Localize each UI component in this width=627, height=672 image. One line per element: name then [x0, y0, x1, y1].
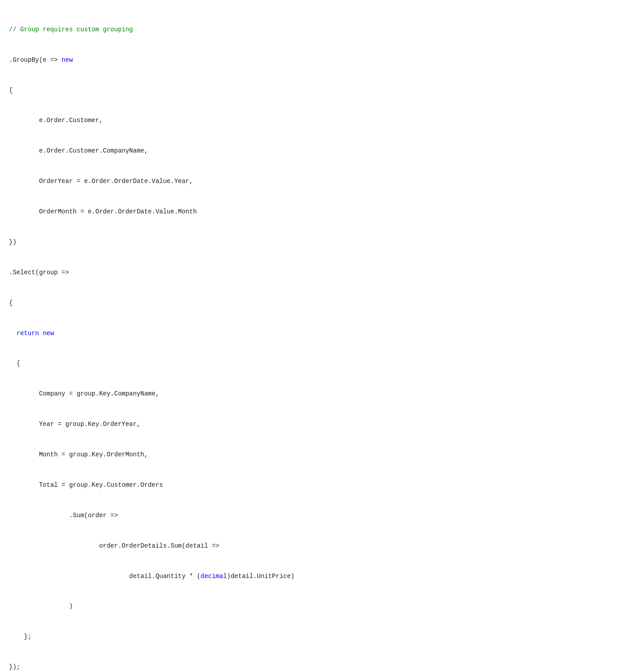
code-line-brace3: {	[9, 358, 618, 369]
code-line-return-new: return new	[9, 328, 618, 339]
code-line-groupby: .GroupBy(e => new	[9, 55, 618, 65]
code-line-oc: e.Order.Customer,	[9, 115, 618, 126]
code-line-total1: Total = group.Key.Customer.Orders	[9, 480, 618, 490]
code-line-total2: .Sum(order =>	[9, 510, 618, 521]
code-line-closeselect: });	[9, 662, 618, 672]
code-line-brace1: {	[9, 85, 618, 96]
code-line-closegroupby: })	[9, 237, 618, 247]
code-line-oy: OrderYear = e.Order.OrderDate.Value.Year…	[9, 176, 618, 187]
code-line-brace2: {	[9, 298, 618, 308]
code-line-total3: order.OrderDetails.Sum(detail =>	[9, 541, 618, 551]
code-line-om: OrderMonth = e.Order.OrderDate.Value.Mon…	[9, 207, 618, 217]
code-line-comment: // Group requires custom grouping	[9, 25, 618, 35]
code-line-occn: e.Order.Customer.CompanyName,	[9, 146, 618, 156]
code-line-total4: detail.Quantity * (decimal)detail.UnitPr…	[9, 571, 618, 582]
code-line-month-field: Month = group.Key.OrderMonth,	[9, 450, 618, 460]
code-line-total5: )	[9, 601, 618, 612]
code-area: // Group requires custom grouping .Group…	[0, 0, 627, 672]
comment-text: // Group requires custom grouping	[9, 26, 133, 33]
code-line-year: Year = group.Key.OrderYear,	[9, 419, 618, 430]
code-line-select: .Select(group =>	[9, 268, 618, 278]
code-line-semicolon: };	[9, 632, 618, 642]
code-panel: // Group requires custom grouping .Group…	[0, 0, 627, 672]
code-line-company: Company = group.Key.CompanyName,	[9, 389, 618, 399]
